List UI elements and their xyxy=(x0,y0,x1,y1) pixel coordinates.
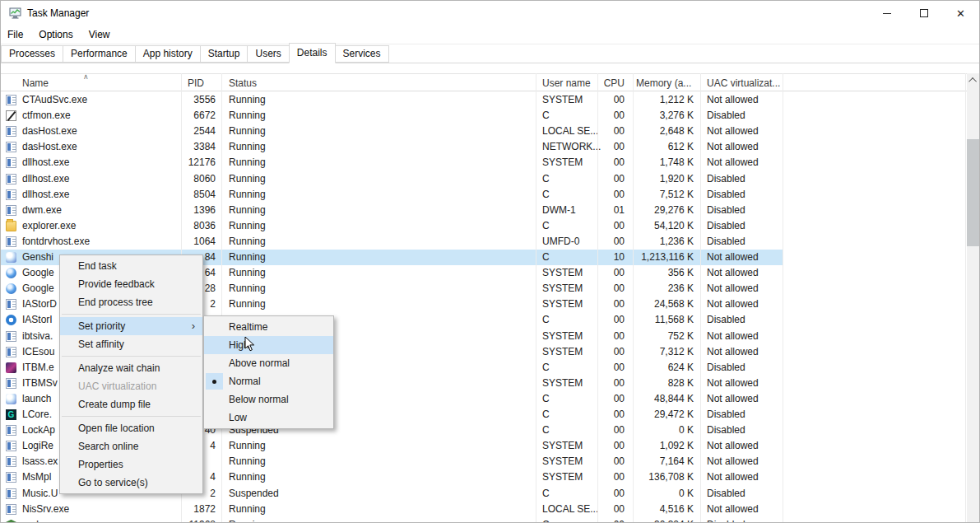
table-row[interactable]: dllhost.exe8504RunningC007,512 KDisabled xyxy=(1,187,783,203)
cell-uac: Disabled xyxy=(700,517,783,523)
menu-item-properties[interactable]: Properties xyxy=(60,455,202,474)
cell-status: Running xyxy=(221,171,536,187)
cell-uac: Disabled xyxy=(700,407,783,423)
menu-item-end-task[interactable]: End task xyxy=(60,257,202,275)
cell-status: Running xyxy=(221,124,536,139)
column-header-pid[interactable]: PID xyxy=(181,74,221,92)
cell-memory: 24,568 K xyxy=(633,297,700,312)
cell-cpu: 00 xyxy=(597,92,633,108)
table-row[interactable]: ctfmon.exe6672RunningC003,276 KDisabled xyxy=(1,108,783,124)
tab-startup[interactable]: Startup xyxy=(200,45,248,63)
minimize-button[interactable] xyxy=(868,1,905,26)
priority-option-low[interactable]: Low xyxy=(204,409,333,427)
cell-uac: Not allowed xyxy=(700,329,783,344)
column-header-user[interactable]: User name xyxy=(536,74,597,92)
tab-users[interactable]: Users xyxy=(247,45,289,63)
tab-performance[interactable]: Performance xyxy=(63,45,136,63)
cell-status: Running xyxy=(221,469,536,485)
scroll-up-button[interactable] xyxy=(967,73,980,87)
cell-cpu: 00 xyxy=(597,155,633,170)
context-menu: End taskProvide feedbackEnd process tree… xyxy=(59,254,203,494)
cell-user: SYSTEM xyxy=(536,92,597,108)
scrollbar-thumb[interactable] xyxy=(967,139,980,246)
cell-memory: 1,213,116 K xyxy=(633,250,700,265)
cell-cpu: 10 xyxy=(597,250,633,265)
table-row[interactable]: node.exe11968RunningC0030,324 KDisabled xyxy=(1,517,783,523)
table-row[interactable]: dllhost.exe12176RunningSYSTEM001,748 KNo… xyxy=(1,155,783,170)
cell-uac: Not allowed xyxy=(700,454,783,469)
cell-name: dasHost.exe xyxy=(1,124,181,139)
cell-cpu: 00 xyxy=(597,265,633,281)
menu-item-analyze-wait-chain[interactable]: Analyze wait chain xyxy=(60,359,202,377)
cell-user: C xyxy=(536,171,597,187)
tab-processes[interactable]: Processes xyxy=(1,45,63,63)
cell-memory: 2,648 K xyxy=(633,124,700,139)
menu-item-create-dump-file[interactable]: Create dump file xyxy=(60,395,202,413)
menu-item-uac-virtualization[interactable]: UAC virtualization xyxy=(60,377,202,395)
tab-services[interactable]: Services xyxy=(335,45,389,63)
cell-memory: 624 K xyxy=(633,360,700,376)
column-header-uac[interactable]: UAC virtualizat... xyxy=(700,74,783,92)
cell-name: fontdrvhost.exe xyxy=(1,234,181,250)
cell-memory: 752 K xyxy=(633,329,700,344)
cell-memory: 3,276 K xyxy=(633,108,700,124)
table-row[interactable]: dwm.exe1396RunningDWM-10129,276 KDisable… xyxy=(1,203,783,218)
cell-status: Running xyxy=(221,218,536,234)
priority-option-normal[interactable]: Normal xyxy=(204,372,333,390)
table-row[interactable]: fontdrvhost.exe1064RunningUMFD-0001,236 … xyxy=(1,234,783,250)
cell-user: SYSTEM xyxy=(536,281,597,297)
menu-item-open-file-location[interactable]: Open file location xyxy=(60,419,202,437)
title-bar: Task Manager ✕ xyxy=(1,1,979,26)
cell-pid: 1396 xyxy=(181,203,221,218)
cell-user: SYSTEM xyxy=(536,155,597,170)
menu-item-end-process-tree[interactable]: End process tree xyxy=(60,293,202,311)
cell-uac: Disabled xyxy=(700,423,783,438)
cell-uac: Disabled xyxy=(700,218,783,234)
cell-memory: 1,212 K xyxy=(633,92,700,108)
cell-cpu: 00 xyxy=(597,517,633,523)
menu-item-search-online[interactable]: Search online xyxy=(60,437,202,455)
close-button[interactable]: ✕ xyxy=(942,1,979,26)
priority-option-below-normal[interactable]: Below normal xyxy=(204,390,333,409)
menu-item-go-to-service-s-[interactable]: Go to service(s) xyxy=(60,474,202,492)
cell-status: Running xyxy=(221,438,536,454)
table-row[interactable]: explorer.exe8036RunningC0054,120 KDisabl… xyxy=(1,218,783,234)
set-priority-submenu: RealtimeHighAbove normalNormalBelow norm… xyxy=(203,315,334,429)
menu-item-set-priority[interactable]: Set priority› xyxy=(60,317,202,335)
table-row[interactable]: NisSrv.exe1872RunningLOCAL SE...004,516 … xyxy=(1,502,783,517)
cell-cpu: 00 xyxy=(597,344,633,360)
tab-app-history[interactable]: App history xyxy=(135,45,201,63)
table-row[interactable]: dasHost.exe3384RunningNETWORK...00612 KN… xyxy=(1,139,783,155)
menu-item-provide-feedback[interactable]: Provide feedback xyxy=(60,275,202,293)
column-header-cpu[interactable]: CPU xyxy=(597,74,633,92)
column-header-memory[interactable]: Memory (a... xyxy=(633,74,700,92)
priority-option-high[interactable]: High xyxy=(204,336,333,354)
maximize-button[interactable] xyxy=(905,1,942,26)
menubar-item-view[interactable]: View xyxy=(82,26,119,43)
table-row[interactable]: CTAudSvc.exe3556RunningSYSTEM001,212 KNo… xyxy=(1,92,783,108)
cell-uac: Not allowed xyxy=(700,502,783,517)
table-row[interactable]: dasHost.exe2544RunningLOCAL SE...002,648… xyxy=(1,124,783,139)
mouse-cursor xyxy=(244,336,256,355)
cell-uac: Disabled xyxy=(700,187,783,203)
cell-cpu: 00 xyxy=(597,187,633,203)
menu-item-set-affinity[interactable]: Set affinity xyxy=(60,335,202,353)
task-manager-window: Task Manager ✕ FileOptionsView Processes… xyxy=(0,0,980,523)
cell-uac: Not allowed xyxy=(700,124,783,139)
cell-memory: 1,236 K xyxy=(633,234,700,250)
table-row[interactable]: dllhost.exe8060RunningC001,920 KDisabled xyxy=(1,171,783,187)
cell-user: NETWORK... xyxy=(536,139,597,155)
cell-status: Running xyxy=(221,250,536,265)
cell-pid: 8504 xyxy=(181,187,221,203)
cell-cpu: 00 xyxy=(597,297,633,312)
column-header-status[interactable]: Status xyxy=(221,74,536,92)
tab-details[interactable]: Details xyxy=(289,43,336,63)
menubar-item-options[interactable]: Options xyxy=(32,26,81,43)
cell-user: SYSTEM xyxy=(536,297,597,312)
cell-cpu: 00 xyxy=(597,454,633,469)
column-header-name[interactable]: Name xyxy=(1,74,181,92)
cell-pid: 12176 xyxy=(181,155,221,170)
menubar-item-file[interactable]: File xyxy=(1,26,32,43)
priority-option-realtime[interactable]: Realtime xyxy=(204,318,333,336)
priority-option-above-normal[interactable]: Above normal xyxy=(204,354,333,372)
